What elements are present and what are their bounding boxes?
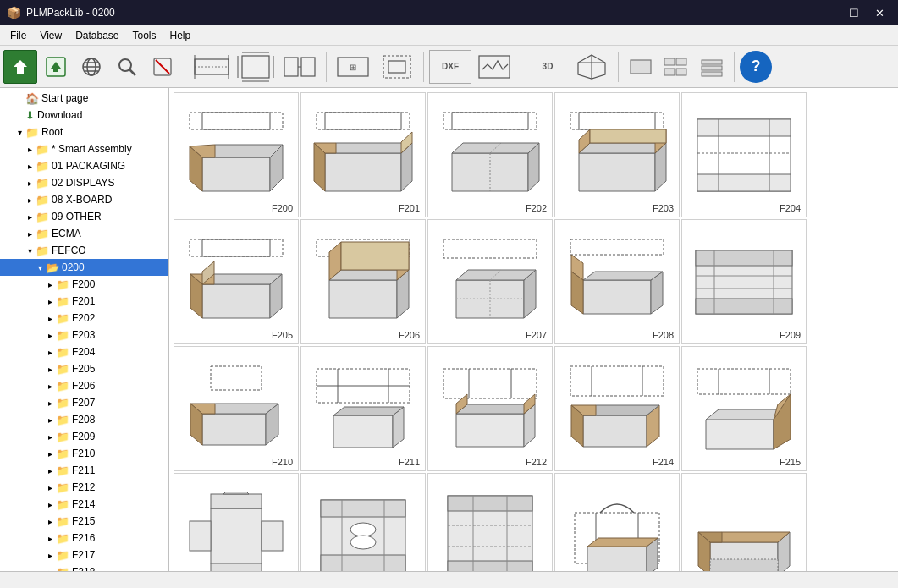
measure-btn-3[interactable] (278, 50, 321, 84)
3d-btn-2[interactable] (570, 50, 613, 84)
grid-cell-f204[interactable]: F204 (681, 92, 807, 217)
expander-f208[interactable]: ▸ (44, 415, 56, 425)
expander-f210[interactable]: ▸ (44, 449, 56, 459)
sidebar-item-f208[interactable]: ▸ 📁 F208 (0, 411, 168, 428)
sidebar-item-other[interactable]: ▸ 📁 09 OTHER (0, 208, 168, 225)
view-list-btn[interactable] (695, 50, 729, 84)
expander-f207[interactable]: ▸ (44, 398, 56, 408)
grid-cell-f225[interactable]: F225 (554, 473, 680, 571)
sidebar-item-0200[interactable]: ▾ 📂 0200 (0, 259, 168, 276)
grid-cell-f226[interactable]: F226 (681, 473, 807, 571)
expander-0200[interactable]: ▾ (34, 263, 46, 272)
sidebar-item-f212[interactable]: ▸ 📁 F212 (0, 479, 168, 496)
grid-cell-f212[interactable]: F212 (427, 346, 553, 471)
menu-view[interactable]: View (33, 28, 69, 43)
measure-btn-2[interactable] (234, 50, 277, 84)
expander-f215[interactable]: ▸ (44, 517, 56, 526)
sidebar-item-f217[interactable]: ▸ 📁 F217 (0, 547, 168, 563)
sidebar-item-f218[interactable]: ▸ 📁 F218 (0, 563, 168, 571)
sidebar-item-f200[interactable]: ▸ 📁 F200 (0, 276, 168, 293)
grid-cell-f200[interactable]: F200 (174, 92, 299, 217)
expander-f217[interactable]: ▸ (44, 551, 56, 560)
grid-cell-f202[interactable]: F202 (427, 92, 553, 217)
help-button[interactable]: ? (740, 51, 772, 83)
expander-root[interactable]: ▾ (14, 128, 25, 137)
sidebar-item-f211[interactable]: ▸ 📁 F211 (0, 462, 168, 479)
grid-cell-f205[interactable]: F205 (174, 219, 299, 344)
expander-displays[interactable]: ▸ (24, 179, 36, 188)
view-single-btn[interactable] (624, 50, 658, 84)
expander-f201[interactable]: ▸ (44, 297, 56, 306)
expander-smart-assembly[interactable]: ▸ (24, 145, 36, 154)
expander-f204[interactable]: ▸ (44, 348, 56, 357)
sidebar-item-f202[interactable]: ▸ 📁 F202 (0, 310, 168, 327)
sidebar-item-f205[interactable]: ▸ 📁 F205 (0, 360, 168, 377)
expander-f212[interactable]: ▸ (44, 483, 56, 492)
dxf-button[interactable]: DXF (429, 50, 471, 84)
menu-help[interactable]: Help (163, 28, 198, 43)
grid-cell-f218[interactable]: F218 (427, 473, 553, 571)
expander-f218[interactable]: ▸ (44, 568, 56, 572)
sidebar-item-displays[interactable]: ▸ 📁 02 DISPLAYS (0, 174, 168, 191)
menu-tools[interactable]: Tools (126, 28, 163, 43)
sidebar-item-root[interactable]: ▾ 📁 Root (0, 124, 168, 140)
expander-fefco[interactable]: ▾ (24, 246, 36, 256)
stop-button[interactable] (146, 50, 179, 84)
expander-f203[interactable]: ▸ (44, 331, 56, 340)
expander-f202[interactable]: ▸ (44, 314, 56, 323)
grid-cell-f206[interactable]: F206 (300, 219, 426, 344)
expander-f205[interactable]: ▸ (44, 365, 56, 374)
minimize-button[interactable]: — (817, 1, 840, 25)
sidebar-item-f216[interactable]: ▸ 📁 F216 (0, 530, 168, 547)
download-toolbar-button[interactable] (39, 50, 73, 84)
menu-file[interactable]: File (3, 28, 33, 43)
expander-xboard[interactable]: ▸ (24, 195, 36, 205)
expander-packaging[interactable]: ▸ (24, 162, 36, 171)
grid-cell-f216[interactable]: F216 (174, 473, 299, 571)
view-multi-btn[interactable] (659, 50, 693, 84)
sidebar-item-packaging[interactable]: ▸ 📁 01 PACKAGING (0, 157, 168, 174)
expander-f206[interactable]: ▸ (44, 382, 56, 391)
sidebar-item-ecma[interactable]: ▸ 📁 ECMA (0, 225, 168, 242)
grid-cell-f215[interactable]: F215 (681, 346, 807, 471)
zoom-btn[interactable]: ⊞ (332, 50, 374, 84)
web-button[interactable] (74, 50, 108, 84)
grid-cell-f209[interactable]: F209 (681, 219, 807, 344)
sidebar-item-f215[interactable]: ▸ 📁 F215 (0, 513, 168, 530)
search-toolbar-button[interactable] (110, 50, 144, 84)
measure-btn-1[interactable] (190, 50, 233, 84)
grid-area[interactable]: F200 F201 (169, 88, 898, 571)
sidebar-item-smart-assembly[interactable]: ▸ 📁 * Smart Assembly (0, 140, 168, 157)
grid-cell-f208[interactable]: F208 (554, 219, 680, 344)
grid-cell-f217[interactable]: F217 (300, 473, 426, 571)
sidebar-item-download[interactable]: ⬇ Download (0, 107, 168, 124)
sidebar-item-xboard[interactable]: ▸ 📁 08 X-BOARD (0, 191, 168, 208)
expander-other[interactable]: ▸ (24, 212, 36, 222)
sidebar-item-startpage[interactable]: 🏠 Start page (0, 90, 168, 107)
close-button[interactable]: ✕ (868, 1, 891, 25)
expander-f214[interactable]: ▸ (44, 500, 56, 509)
sidebar-item-fefco[interactable]: ▾ 📁 FEFCO (0, 242, 168, 259)
expander-f209[interactable]: ▸ (44, 432, 56, 442)
sidebar-item-f201[interactable]: ▸ 📁 F201 (0, 293, 168, 310)
grid-cell-f210[interactable]: F210 (174, 346, 299, 471)
sidebar-item-f207[interactable]: ▸ 📁 F207 (0, 394, 168, 411)
3d-btn-1[interactable]: 3D (526, 50, 569, 84)
sidebar-item-f210[interactable]: ▸ 📁 F210 (0, 445, 168, 462)
grid-cell-f207[interactable]: F207 (427, 219, 553, 344)
grid-cell-f203[interactable]: F203 (554, 92, 680, 217)
grid-cell-f211[interactable]: F211 (300, 346, 426, 471)
home-button[interactable] (3, 50, 37, 84)
sidebar-item-f206[interactable]: ▸ 📁 F206 (0, 377, 168, 394)
sidebar-item-f203[interactable]: ▸ 📁 F203 (0, 327, 168, 343)
sidebar-item-f209[interactable]: ▸ 📁 F209 (0, 428, 168, 445)
menu-database[interactable]: Database (69, 28, 125, 43)
export-btn-2[interactable] (473, 50, 515, 84)
maximize-button[interactable]: ☐ (842, 1, 866, 25)
expander-f200[interactable]: ▸ (44, 280, 56, 289)
expander-ecma[interactable]: ▸ (24, 229, 36, 239)
zoom-btn-2[interactable] (376, 50, 418, 84)
expander-f211[interactable]: ▸ (44, 466, 56, 475)
sidebar-item-f204[interactable]: ▸ 📁 F204 (0, 343, 168, 360)
expander-f216[interactable]: ▸ (44, 534, 56, 543)
